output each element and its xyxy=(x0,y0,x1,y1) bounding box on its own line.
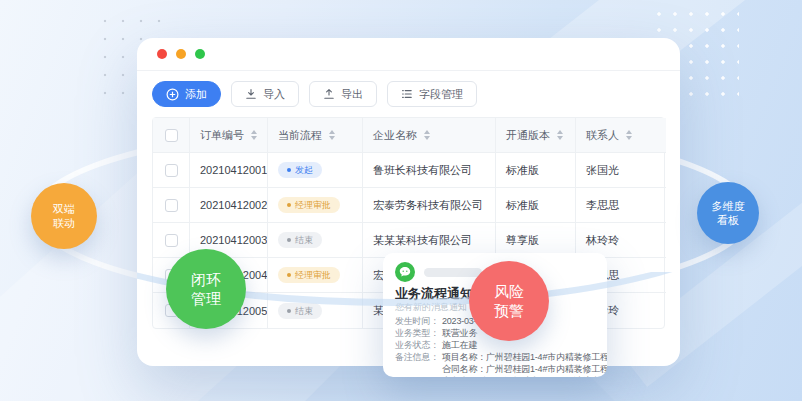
process-pill: 发起 xyxy=(278,162,322,178)
notification-field: 支出合同付款已经超过合同收票，请注意！！！ xyxy=(395,375,595,377)
sort-icon[interactable] xyxy=(557,130,563,140)
select-all-cell xyxy=(153,118,190,153)
window-titlebar xyxy=(137,38,680,71)
company-name-cell: 鲁班长科技有限公司 xyxy=(363,153,496,188)
notification-field-value: 项目名称：广州碧桂园1-4#市内精装修工程 xyxy=(442,351,607,363)
sort-icon[interactable] xyxy=(329,130,335,140)
order-number-cell: 20210412001 xyxy=(190,153,268,188)
badge-dual-linkage: 双端 联动 xyxy=(31,183,97,249)
notification-field-label: 业务状态： xyxy=(395,339,442,351)
badge-text-line: 闭环 xyxy=(191,270,221,290)
scene: 添加 导入 导出 xyxy=(0,0,802,401)
close-button[interactable] xyxy=(157,49,167,59)
notification-field-label: 业务类型： xyxy=(395,327,442,339)
process-cell: 经理审批 xyxy=(268,188,363,223)
badge-multi-dimension-board: 多维度 看板 xyxy=(697,182,759,244)
notification-field-label: 发生时间： xyxy=(395,315,442,327)
column-header[interactable]: 联系人 xyxy=(576,118,666,153)
process-pill-label: 结束 xyxy=(295,235,313,245)
notification-field: 备注信息： 项目名称：广州碧桂园1-4#市内精装修工程 xyxy=(395,351,595,363)
row-select-cell xyxy=(153,188,190,223)
badge-text-line: 风险 xyxy=(494,282,524,302)
process-pill-label: 结束 xyxy=(295,306,313,316)
badge-text-line: 预警 xyxy=(494,301,524,321)
export-button[interactable]: 导出 xyxy=(309,81,377,107)
notification-field-value: 施工在建 xyxy=(442,339,477,351)
sort-icon[interactable] xyxy=(626,130,632,140)
table-row: 20210412001 发起 鲁班长科技有限公司 标准版 张国光 xyxy=(153,153,664,188)
column-header[interactable]: 开通版本 xyxy=(496,118,576,153)
field-manage-button[interactable]: 字段管理 xyxy=(387,81,477,107)
field-manage-button-label: 字段管理 xyxy=(419,87,463,102)
select-all-checkbox[interactable] xyxy=(165,129,178,142)
sort-icon[interactable] xyxy=(424,130,430,140)
process-cell: 结束 xyxy=(268,223,363,258)
column-header-label: 企业名称 xyxy=(373,128,417,143)
badge-text-line: 双端 xyxy=(53,202,75,216)
badge-text-line: 联动 xyxy=(53,216,75,230)
contact-cell: 张国光 xyxy=(576,153,666,188)
process-cell: 发起 xyxy=(268,153,363,188)
zoom-button[interactable] xyxy=(195,49,205,59)
column-header-label: 当前流程 xyxy=(278,128,322,143)
export-button-label: 导出 xyxy=(341,87,363,102)
badge-text-line: 管理 xyxy=(191,289,221,309)
notification-field-label: 备注信息： xyxy=(395,351,442,363)
badge-closed-loop-management: 闭环 管理 xyxy=(166,249,246,329)
minimize-button[interactable] xyxy=(176,49,186,59)
row-checkbox[interactable] xyxy=(165,199,178,212)
row-select-cell xyxy=(153,223,190,258)
sort-icon[interactable] xyxy=(251,130,257,140)
process-pill: 结束 xyxy=(278,232,322,248)
notification-field-label xyxy=(395,375,442,377)
add-button-label: 添加 xyxy=(185,87,207,102)
column-header[interactable]: 订单编号 xyxy=(190,118,268,153)
upload-icon xyxy=(323,88,335,100)
badge-risk-warning: 风险 预警 xyxy=(469,261,549,341)
version-cell: 标准版 xyxy=(496,188,576,223)
process-pill-label: 经理审批 xyxy=(295,200,331,210)
column-header-label: 联系人 xyxy=(586,128,619,143)
column-header[interactable]: 企业名称 xyxy=(363,118,496,153)
notification-field-value: 联营业务 xyxy=(442,327,477,339)
notification-field-value: 合同名称：广州碧桂园1-4#市内精装修工程龙骨采购合同 xyxy=(442,363,607,375)
notification-field-label xyxy=(395,363,442,375)
process-pill: 经理审批 xyxy=(278,197,340,213)
order-number-cell: 20210412002 xyxy=(190,188,268,223)
add-button[interactable]: 添加 xyxy=(152,81,221,107)
import-button[interactable]: 导入 xyxy=(231,81,299,107)
table-header: 订单编号 当前流程 企业名称 开通版本 联系人 xyxy=(153,118,664,153)
process-pill-label: 发起 xyxy=(295,165,313,175)
row-select-cell xyxy=(153,153,190,188)
badge-text-line: 看板 xyxy=(717,213,739,227)
column-header-label: 订单编号 xyxy=(200,128,244,143)
table-row: 20210412002 经理审批 宏泰劳务科技有限公司 标准版 李思思 xyxy=(153,188,664,223)
column-header-label: 开通版本 xyxy=(506,128,550,143)
plus-circle-icon xyxy=(166,88,179,101)
import-button-label: 导入 xyxy=(263,87,285,102)
process-pill: 结束 xyxy=(278,303,322,319)
notification-field-value: 支出合同付款已经超过合同收票，请注意！！！ xyxy=(442,375,607,377)
badge-text-line: 多维度 xyxy=(712,199,745,213)
notification-field: 业务状态： 施工在建 xyxy=(395,339,595,351)
toolbar: 添加 导入 导出 xyxy=(137,71,680,117)
contact-cell: 李思思 xyxy=(576,188,666,223)
version-cell: 标准版 xyxy=(496,153,576,188)
list-icon xyxy=(401,88,413,100)
row-checkbox[interactable] xyxy=(165,234,178,247)
row-checkbox[interactable] xyxy=(165,164,178,177)
company-name-cell: 宏泰劳务科技有限公司 xyxy=(363,188,496,223)
column-header[interactable]: 当前流程 xyxy=(268,118,363,153)
download-icon xyxy=(245,88,257,100)
notification-field: 合同名称：广州碧桂园1-4#市内精装修工程龙骨采购合同 xyxy=(395,363,595,375)
